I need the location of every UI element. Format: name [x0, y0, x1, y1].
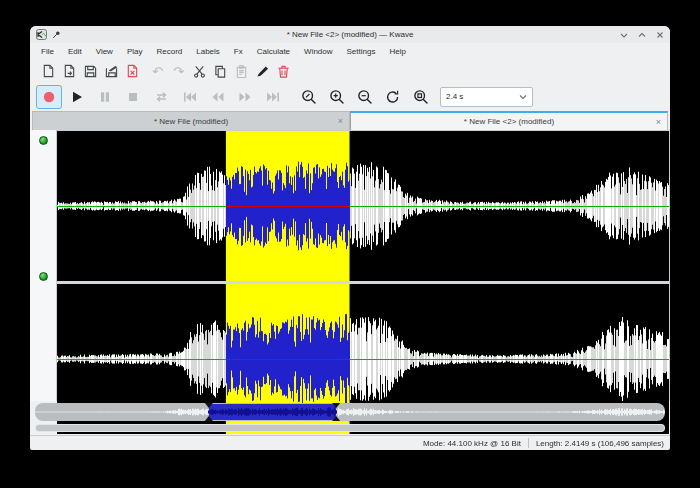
delete-button[interactable]: [273, 62, 294, 80]
save-button[interactable]: [80, 62, 101, 80]
rewind-button[interactable]: [204, 85, 230, 109]
eraser-button[interactable]: [252, 62, 273, 80]
scrollbar-thumb[interactable]: [36, 425, 664, 431]
menu-window[interactable]: Window: [297, 45, 339, 58]
zoom-level-value: 2.4 s: [446, 92, 519, 101]
close-file-button[interactable]: [122, 62, 143, 80]
statusbar: Mode: 44.100 kHz @ 16 Bit Length: 2.4149…: [30, 435, 670, 450]
eraser-icon: [256, 65, 269, 78]
tab-close-icon[interactable]: ×: [650, 117, 667, 127]
horizontal-scrollbar[interactable]: [35, 424, 665, 432]
waveform-area: [56, 130, 670, 401]
skip-back-button[interactable]: [176, 85, 202, 109]
desktop-background: * New File <2> (modified) — Kwave File E…: [0, 0, 700, 488]
tab-close-icon[interactable]: ×: [332, 116, 349, 126]
zoom-out-icon: [357, 89, 373, 105]
signal-view: [30, 130, 670, 401]
zoom-in-icon: [329, 89, 345, 105]
delete-icon: [277, 65, 290, 78]
zoom-100-icon: [413, 89, 429, 105]
play-icon: [70, 90, 84, 104]
menu-labels[interactable]: Labels: [189, 45, 227, 58]
zoom-all-icon: [385, 89, 401, 105]
window-controls: [619, 30, 664, 39]
paste-icon: [235, 65, 248, 78]
zoom-selection-icon: [301, 89, 317, 105]
channel-2-led[interactable]: [39, 272, 48, 281]
tab-new-file-1[interactable]: * New File (modified) ×: [32, 111, 350, 130]
channel-controls-strip: [30, 130, 56, 401]
overview-bar: [35, 403, 665, 421]
open-file-button[interactable]: [59, 62, 80, 80]
status-length: Length: 2.4149 s (106,496 samples): [536, 439, 664, 448]
menu-calculate[interactable]: Calculate: [250, 45, 297, 58]
zoom-all-button[interactable]: [380, 85, 406, 109]
undo-button[interactable]: ↶: [147, 62, 168, 80]
new-file-icon: [42, 64, 55, 78]
forward-icon: [238, 90, 253, 104]
zoom-selection-button[interactable]: [296, 85, 322, 109]
rewind-icon: [210, 90, 225, 104]
save-icon: [84, 65, 97, 78]
open-file-icon: [63, 64, 76, 78]
tab-label: * New File <2> (modified): [351, 117, 667, 126]
copy-icon: [214, 65, 227, 78]
waveform-channel-1[interactable]: [57, 131, 669, 281]
status-mode: Mode: 44.100 kHz @ 16 Bit: [423, 439, 521, 448]
channel-1-led[interactable]: [39, 136, 48, 145]
play-button[interactable]: [64, 85, 90, 109]
undo-icon: ↶: [152, 65, 163, 78]
skip-back-icon: [182, 90, 197, 104]
zoom-in-button[interactable]: [324, 85, 350, 109]
copy-button[interactable]: [210, 62, 231, 80]
redo-button[interactable]: ↷: [168, 62, 189, 80]
menu-edit[interactable]: Edit: [61, 45, 89, 58]
maximize-button[interactable]: [637, 30, 646, 39]
zoom-out-button[interactable]: [352, 85, 378, 109]
pause-icon: [98, 90, 112, 104]
file-toolbar: ↶ ↷: [30, 60, 670, 82]
tab-label: * New File (modified): [33, 117, 349, 126]
loop-button[interactable]: [148, 85, 174, 109]
menu-view[interactable]: View: [89, 45, 120, 58]
titlebar[interactable]: * New File <2> (modified) — Kwave: [30, 26, 670, 43]
save-as-icon: [105, 65, 118, 78]
loop-icon: [154, 90, 169, 104]
redo-icon: ↷: [173, 65, 184, 78]
status-separator: [528, 438, 529, 448]
save-as-button[interactable]: [101, 62, 122, 80]
kwave-window: * New File <2> (modified) — Kwave File E…: [30, 26, 670, 450]
skip-end-icon: [266, 90, 281, 104]
record-button[interactable]: [36, 85, 62, 109]
stop-button[interactable]: [120, 85, 146, 109]
tab-new-file-2[interactable]: * New File <2> (modified) ×: [350, 111, 668, 130]
close-button[interactable]: [655, 30, 664, 39]
cut-button[interactable]: [189, 62, 210, 80]
menu-play[interactable]: Play: [120, 45, 150, 58]
window-title: * New File <2> (modified) — Kwave: [30, 30, 670, 39]
overview-waveform[interactable]: [35, 403, 665, 421]
cut-icon: [193, 65, 206, 78]
record-icon: [42, 90, 56, 104]
menu-settings[interactable]: Settings: [340, 45, 383, 58]
zoom-level-combobox[interactable]: 2.4 s: [440, 87, 533, 107]
menubar: File Edit View Play Record Labels Fx Cal…: [30, 43, 670, 60]
menu-file[interactable]: File: [34, 45, 61, 58]
menu-help[interactable]: Help: [382, 45, 412, 58]
close-file-icon: [126, 64, 139, 78]
chevron-down-icon: [519, 94, 527, 100]
pause-button[interactable]: [92, 85, 118, 109]
minimize-button[interactable]: [619, 30, 628, 39]
paste-button[interactable]: [231, 62, 252, 80]
new-file-button[interactable]: [38, 62, 59, 80]
stop-icon: [126, 90, 140, 104]
transport-toolbar: 2.4 s: [30, 82, 670, 111]
zoom-100-button[interactable]: [408, 85, 434, 109]
menu-fx[interactable]: Fx: [227, 45, 250, 58]
skip-end-button[interactable]: [260, 85, 286, 109]
forward-button[interactable]: [232, 85, 258, 109]
menu-record[interactable]: Record: [149, 45, 189, 58]
tabbar: * New File (modified) × * New File <2> (…: [30, 111, 670, 130]
